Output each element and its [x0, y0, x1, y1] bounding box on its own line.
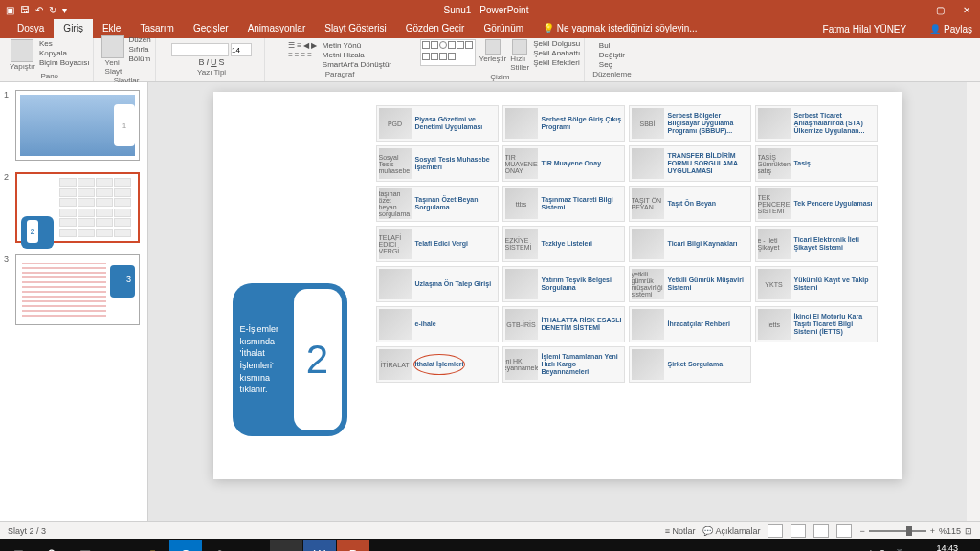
- shape-outline-button[interactable]: Şekil Anahattı: [533, 49, 580, 57]
- service-card[interactable]: Yatırım Teşvik Belgesi Sorgulama: [502, 266, 625, 302]
- tab-dosya[interactable]: Dosya: [8, 19, 54, 38]
- service-card[interactable]: e-ihale: [376, 306, 499, 342]
- strike-button[interactable]: S: [219, 57, 225, 67]
- service-card[interactable]: e - İleti ŞikayetTicari Elektronik İleti…: [755, 226, 878, 262]
- reading-view-button[interactable]: [813, 524, 829, 538]
- taskview-button[interactable]: ▣: [69, 540, 101, 551]
- bullets-button[interactable]: ☰: [288, 41, 295, 50]
- app2-icon[interactable]: ▬: [270, 540, 302, 551]
- indent-dec-button[interactable]: ◀: [303, 41, 309, 50]
- clock[interactable]: 14:43 4.02.2019: [920, 544, 958, 551]
- service-card[interactable]: TRANSFER BİLDİRİM FORMU SORGULAMA UYGULA…: [629, 145, 751, 182]
- search-button[interactable]: ⚲: [35, 540, 68, 551]
- service-card[interactable]: SBBİSerbest Bölgeler Bilgisayar Uygulama…: [629, 105, 751, 142]
- callout-shape[interactable]: E-İşlemler kısmında 'İthalat İşlemleri' …: [233, 283, 347, 436]
- close-button[interactable]: ✕: [953, 0, 980, 19]
- service-card[interactable]: Uzlaşma Ön Talep Girişi: [376, 266, 499, 302]
- service-card[interactable]: yetkili gümrük müşavirliği sistemiYetkil…: [629, 266, 751, 302]
- select-button[interactable]: Seç: [599, 60, 625, 69]
- service-card[interactable]: Şirket Sorgulama: [629, 346, 751, 383]
- underline-button[interactable]: U: [211, 57, 217, 67]
- tab-animasyon[interactable]: Animasyonlar: [238, 19, 316, 38]
- italic-button[interactable]: I: [207, 57, 210, 67]
- service-card[interactable]: TASİŞ Gümrükten satışTasiş: [755, 145, 878, 182]
- service-card[interactable]: YKTSYükümlü Kayıt ve Takip Sistemi: [755, 266, 878, 302]
- tab-gozden[interactable]: Gözden Geçir: [396, 19, 475, 38]
- service-card[interactable]: Serbest Ticaret Anlaşmalarında (STA) Ülk…: [755, 105, 878, 142]
- slide-panel[interactable]: 1 1 2 2 3 3: [0, 82, 148, 521]
- align-left-button[interactable]: ≡: [288, 51, 293, 59]
- explorer-icon[interactable]: ▮: [136, 540, 168, 551]
- tab-slayt[interactable]: Slayt Gösterisi: [315, 19, 395, 38]
- shape-fill-button[interactable]: Şekil Dolgusu: [533, 39, 580, 48]
- slide-editor[interactable]: E-İşlemler kısmında 'İthalat İşlemleri' …: [148, 82, 967, 521]
- service-card[interactable]: TELAFİ EDİCİ VERGİTelafi Edici Vergi: [376, 226, 499, 262]
- comments-button[interactable]: 💬 Açıklamalar: [702, 526, 760, 536]
- layout-button[interactable]: Düzen: [128, 35, 150, 44]
- zoom-level[interactable]: %115: [939, 526, 961, 536]
- service-card[interactable]: Sosyal Tesis muhasebeSosyal Tesis Muhase…: [376, 145, 499, 182]
- service-card[interactable]: yeni HK Beyannameleriİşlemi Tamamlanan Y…: [502, 346, 625, 383]
- restore-button[interactable]: ▢: [926, 0, 953, 19]
- indent-inc-button[interactable]: ▶: [311, 41, 317, 50]
- zoom-in-button[interactable]: +: [930, 526, 935, 536]
- share-button[interactable]: 👤 Paylaş: [922, 24, 980, 34]
- align-text-button[interactable]: Metni Hizala: [323, 51, 391, 59]
- section-button[interactable]: Bölüm: [128, 55, 150, 63]
- start-button[interactable]: ⊞: [2, 540, 34, 551]
- font-size[interactable]: [231, 43, 252, 56]
- text-direction-button[interactable]: Metin Yönü: [323, 41, 391, 50]
- slide-canvas[interactable]: E-İşlemler kısmında 'İthalat İşlemleri' …: [213, 92, 902, 479]
- notes-button[interactable]: ≡ Notlar: [665, 526, 696, 536]
- shapes-gallery[interactable]: [420, 39, 476, 66]
- tab-giris[interactable]: Giriş: [54, 19, 93, 38]
- service-card[interactable]: GTB-İRİSİTHALATTA RİSK ESASLI DENETİM Sİ…: [502, 306, 625, 342]
- reset-button[interactable]: Sıfırla: [128, 45, 150, 54]
- align-right-button[interactable]: ≡: [301, 51, 305, 59]
- bold-button[interactable]: B: [199, 57, 205, 67]
- service-card[interactable]: iettsİkinci El Motorlu Kara Taşıtı Ticar…: [755, 306, 878, 342]
- find-button[interactable]: Bul: [599, 41, 625, 50]
- chrome-icon[interactable]: ◉: [203, 540, 235, 551]
- slide-thumb-2[interactable]: 2 2: [4, 172, 144, 243]
- cut-button[interactable]: Kes: [39, 39, 89, 48]
- fit-button[interactable]: ⊡: [965, 526, 972, 536]
- tab-gorunum[interactable]: Görünüm: [474, 19, 533, 38]
- tell-me[interactable]: 💡 Ne yapmak istediğinizi söyleyin...: [533, 19, 707, 38]
- service-card[interactable]: taşınan özet beyan sorgulamaTaşınan Özet…: [376, 186, 499, 222]
- service-card[interactable]: EZKİYE SİSTEMİTezkiye Listeleri: [502, 226, 625, 262]
- format-painter-button[interactable]: Biçim Boyacısı: [39, 58, 89, 67]
- scrollbar[interactable]: [967, 82, 980, 521]
- slide-thumb-1[interactable]: 1 1: [4, 90, 144, 161]
- service-card[interactable]: Serbest Bölge Giriş Çıkış Programı: [502, 105, 625, 142]
- zoom-slider[interactable]: [869, 530, 926, 532]
- outlook-icon[interactable]: O: [169, 540, 202, 551]
- word-icon[interactable]: W: [303, 540, 336, 551]
- align-center-button[interactable]: ≡: [295, 51, 300, 59]
- edge-icon[interactable]: e: [102, 540, 135, 551]
- copy-button[interactable]: Kopyala: [39, 49, 89, 57]
- redo-icon[interactable]: ↻: [49, 5, 56, 15]
- service-card[interactable]: İTİRALATİthalat İşlemleri: [376, 346, 499, 383]
- service-card[interactable]: TEK PENCERE SİSTEMİTek Pencere Uygulamas…: [755, 186, 878, 222]
- service-card[interactable]: TAŞIT ÖN BEYANTaşıt Ön Beyan: [629, 186, 751, 222]
- paste-icon[interactable]: [11, 39, 33, 62]
- sorter-view-button[interactable]: [791, 524, 806, 538]
- font-select[interactable]: [171, 43, 229, 56]
- new-slide-icon[interactable]: [101, 35, 124, 58]
- numbers-button[interactable]: ≡: [297, 41, 301, 50]
- service-card[interactable]: ttbsTaşınmaz Ticareti Bilgi Sistemi: [502, 186, 625, 222]
- replace-button[interactable]: Değiştir: [599, 51, 625, 59]
- arrange-icon[interactable]: [485, 39, 501, 55]
- align-justify-button[interactable]: ≡: [307, 51, 312, 59]
- save-icon[interactable]: 🖫: [20, 5, 30, 15]
- smartart-button[interactable]: SmartArt'a Dönüştür: [323, 60, 391, 69]
- quick-styles-icon[interactable]: [512, 39, 527, 55]
- zoom-out-button[interactable]: −: [859, 526, 864, 536]
- start-icon[interactable]: ▾: [62, 5, 67, 15]
- minimize-button[interactable]: —: [900, 0, 926, 19]
- user-name[interactable]: Fatma Hilal YÜNEY: [815, 24, 915, 34]
- service-card[interactable]: PGDPiyasa Gözetimi ve Denetimi Uygulamas…: [376, 105, 499, 142]
- tab-gecisler[interactable]: Geçişler: [184, 19, 238, 38]
- slideshow-view-button[interactable]: [836, 524, 852, 538]
